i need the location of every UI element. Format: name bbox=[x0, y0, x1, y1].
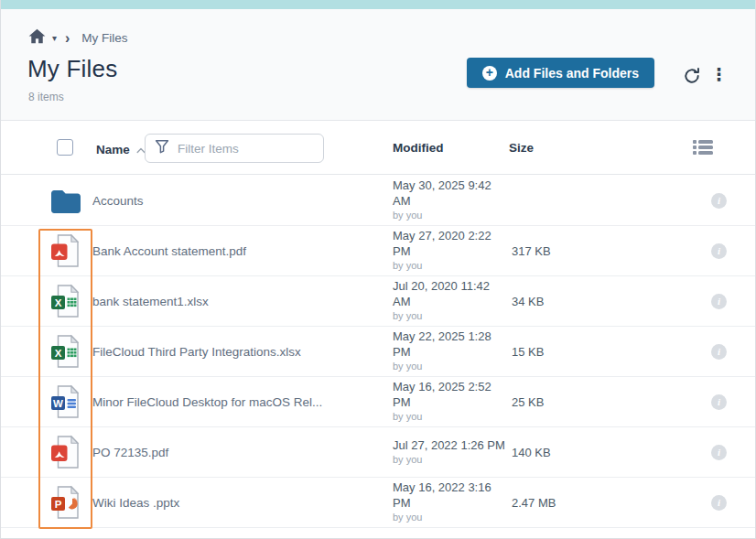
file-row[interactable]: PO 72135.pdf Jul 27, 2022 1:26 PM by you… bbox=[1, 427, 755, 478]
modified-cell: May 27, 2020 2:22 PM by you bbox=[393, 229, 509, 272]
modified-by: by you bbox=[393, 454, 509, 467]
column-header-modified[interactable]: Modified bbox=[393, 141, 444, 155]
column-header-size[interactable]: Size bbox=[509, 141, 534, 155]
page-title: My Files bbox=[27, 55, 117, 83]
item-count: 8 items bbox=[28, 91, 64, 103]
pdf-file-icon bbox=[49, 435, 81, 469]
file-row[interactable]: W Minor FileCloud Desktop for macOS Rel.… bbox=[1, 377, 755, 427]
svg-text:X: X bbox=[55, 297, 62, 308]
select-all-checkbox[interactable] bbox=[57, 139, 73, 156]
file-type-icon bbox=[49, 187, 92, 215]
add-files-button[interactable]: + Add Files and Folders bbox=[467, 58, 654, 88]
info-icon[interactable]: i bbox=[711, 243, 727, 259]
refresh-icon[interactable] bbox=[682, 66, 702, 86]
file-type-icon: P bbox=[49, 485, 92, 520]
xlsx-file-icon: X bbox=[49, 284, 81, 318]
modified-cell: May 22, 2025 1:28 PM by you bbox=[393, 329, 509, 372]
info-icon[interactable]: i bbox=[711, 193, 727, 209]
file-row[interactable]: P Wiki Ideas .pptx May 16, 2022 3:16 PM … bbox=[1, 478, 755, 528]
svg-text:W: W bbox=[53, 398, 63, 409]
modified-date: May 16, 2022 3:16 PM bbox=[393, 480, 509, 511]
home-icon[interactable] bbox=[28, 28, 46, 48]
modified-by: by you bbox=[393, 512, 509, 524]
file-size: 34 KB bbox=[509, 295, 610, 308]
table-header: Name Modified Size bbox=[1, 122, 755, 175]
modified-date: Jul 27, 2022 1:26 PM bbox=[393, 438, 509, 453]
file-list: Accounts May 30, 2025 9:42 AM by you i B… bbox=[1, 176, 755, 528]
file-type-icon bbox=[49, 233, 92, 268]
pdf-file-icon bbox=[49, 233, 81, 268]
add-files-button-label: Add Files and Folders bbox=[505, 66, 639, 81]
filter-input[interactable] bbox=[178, 142, 314, 156]
filter-funnel-icon bbox=[155, 139, 169, 157]
xlsx-file-icon: X bbox=[49, 334, 81, 369]
modified-date: May 16, 2025 2:52 PM bbox=[393, 380, 509, 410]
breadcrumb-current[interactable]: My Files bbox=[81, 31, 127, 45]
file-name[interactable]: Wiki Ideas .pptx bbox=[92, 496, 393, 510]
modified-by: by you bbox=[393, 260, 509, 273]
breadcrumb: ▾ › My Files bbox=[28, 28, 128, 48]
file-size: 317 KB bbox=[509, 244, 610, 258]
file-type-icon bbox=[49, 435, 92, 469]
info-icon[interactable]: i bbox=[711, 394, 727, 410]
file-size: 140 KB bbox=[509, 446, 610, 459]
modified-by: by you bbox=[393, 361, 509, 373]
file-type-icon: W bbox=[49, 384, 92, 419]
info-icon[interactable]: i bbox=[711, 344, 727, 360]
column-header-name[interactable]: Name bbox=[96, 143, 130, 156]
plus-circle-icon: + bbox=[482, 66, 497, 81]
modified-by: by you bbox=[393, 411, 509, 424]
modified-cell: May 16, 2022 3:16 PM by you bbox=[393, 480, 509, 523]
file-name[interactable]: Minor FileCloud Desktop for macOS Rel... bbox=[92, 395, 393, 409]
file-name[interactable]: Bank Account statement.pdf bbox=[92, 244, 393, 258]
modified-cell: Jul 20, 2020 11:42 AM by you bbox=[393, 279, 509, 322]
modified-cell: May 30, 2025 9:42 AM by you bbox=[393, 178, 509, 221]
modified-date: May 22, 2025 1:28 PM bbox=[393, 329, 509, 360]
docx-file-icon: W bbox=[49, 384, 81, 419]
modified-date: Jul 20, 2020 11:42 AM bbox=[393, 279, 509, 309]
info-icon[interactable]: i bbox=[711, 495, 727, 511]
modified-cell: May 16, 2025 2:52 PM by you bbox=[393, 380, 509, 423]
info-icon[interactable]: i bbox=[711, 445, 727, 460]
filter-box bbox=[145, 134, 324, 163]
file-row[interactable]: X bank statement1.xlsx Jul 20, 2020 11:4… bbox=[1, 276, 755, 327]
modified-by: by you bbox=[393, 210, 509, 222]
top-accent-bar bbox=[1, 0, 755, 9]
file-row[interactable]: Bank Account statement.pdf May 27, 2020 … bbox=[1, 226, 755, 276]
file-size: 2.47 MB bbox=[509, 496, 610, 510]
breadcrumb-separator-icon: › bbox=[65, 31, 70, 46]
file-type-icon: X bbox=[49, 334, 92, 369]
file-type-icon: X bbox=[49, 284, 92, 318]
modified-by: by you bbox=[393, 310, 509, 323]
page-header: ▾ › My Files My Files 8 items + Add File… bbox=[1, 9, 755, 121]
file-row[interactable]: X FileCloud Third Party Integrations.xls… bbox=[1, 327, 755, 377]
chevron-down-icon[interactable]: ▾ bbox=[52, 34, 57, 43]
svg-text:X: X bbox=[55, 348, 62, 359]
more-options-icon[interactable]: ⋮ bbox=[707, 62, 731, 88]
file-name[interactable]: Accounts bbox=[92, 194, 393, 208]
file-name[interactable]: PO 72135.pdf bbox=[92, 446, 393, 459]
file-size: 15 KB bbox=[509, 345, 610, 359]
file-name[interactable]: FileCloud Third Party Integrations.xlsx bbox=[92, 345, 393, 359]
info-icon[interactable]: i bbox=[711, 294, 727, 309]
file-row[interactable]: Accounts May 30, 2025 9:42 AM by you i bbox=[1, 176, 755, 226]
svg-text:P: P bbox=[55, 499, 62, 510]
modified-date: May 27, 2020 2:22 PM bbox=[393, 229, 509, 259]
folder-icon bbox=[49, 187, 83, 215]
filecloud-window: ▾ › My Files My Files 8 items + Add File… bbox=[0, 0, 756, 539]
list-view-icon[interactable] bbox=[692, 138, 714, 160]
file-size: 25 KB bbox=[509, 395, 610, 409]
pptx-file-icon: P bbox=[49, 485, 81, 520]
modified-cell: Jul 27, 2022 1:26 PM by you bbox=[393, 438, 509, 467]
modified-date: May 30, 2025 9:42 AM bbox=[393, 178, 509, 209]
file-name[interactable]: bank statement1.xlsx bbox=[92, 295, 393, 308]
